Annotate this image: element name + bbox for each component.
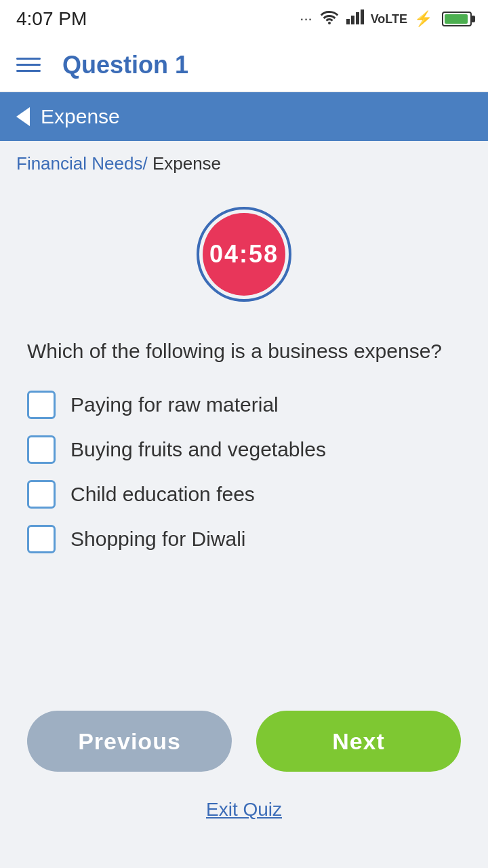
option-label-3: Child education fees (70, 483, 255, 506)
next-button[interactable]: Next (256, 711, 461, 772)
back-arrow-icon (16, 107, 30, 126)
option-checkbox-4[interactable] (27, 525, 56, 553)
charging-icon: ⚡ (414, 10, 432, 28)
menu-button[interactable] (16, 58, 41, 72)
exit-quiz-button[interactable]: Exit Quiz (206, 799, 282, 821)
bottom-area: Previous Next Exit Quiz (0, 704, 488, 868)
breadcrumb-current: Expense (152, 153, 221, 174)
option-label-4: Shopping for Diwali (70, 528, 245, 551)
option-checkbox-1[interactable] (27, 391, 56, 419)
status-icons: ··· VoLTE ⚡ (300, 9, 472, 28)
timer-display: 04:58 (209, 240, 279, 269)
option-checkbox-3[interactable] (27, 480, 56, 509)
previous-button[interactable]: Previous (27, 711, 232, 772)
option-item[interactable]: Shopping for Diwali (27, 525, 461, 553)
option-item[interactable]: Paying for raw material (27, 391, 461, 419)
wifi-icon (319, 9, 340, 28)
option-label-2: Buying fruits and vegetables (70, 438, 326, 461)
svg-rect-1 (351, 16, 354, 24)
battery-icon (442, 12, 472, 26)
page-title: Question 1 (62, 51, 188, 79)
main-content: 04:58 Which of the following is a busine… (0, 186, 488, 704)
more-icon: ··· (300, 10, 312, 28)
sub-header: Expense (0, 92, 488, 141)
breadcrumb: Financial Needs/ Expense (0, 141, 488, 186)
timer-outer: 04:58 (197, 207, 291, 302)
option-checkbox-2[interactable] (27, 435, 56, 464)
option-label-1: Paying for raw material (70, 393, 279, 416)
svg-rect-0 (346, 19, 350, 24)
sub-header-title: Expense (41, 105, 120, 128)
back-button[interactable] (16, 107, 30, 126)
app-header: Question 1 (0, 38, 488, 92)
timer-inner: 04:58 (203, 213, 285, 296)
svg-rect-3 (361, 9, 364, 24)
button-row: Previous Next (27, 711, 461, 772)
status-time: 4:07 PM (16, 8, 87, 30)
svg-rect-2 (356, 12, 359, 24)
lte-icon: VoLTE (371, 12, 407, 26)
option-item[interactable]: Buying fruits and vegetables (27, 435, 461, 464)
options-list: Paying for raw material Buying fruits an… (27, 391, 461, 553)
timer-container: 04:58 (197, 207, 291, 302)
breadcrumb-link[interactable]: Financial Needs/ (16, 153, 148, 174)
status-bar: 4:07 PM ··· VoLTE ⚡ (0, 0, 488, 38)
question-text: Which of the following is a business exp… (27, 336, 442, 366)
option-item[interactable]: Child education fees (27, 480, 461, 509)
signal-icon (346, 9, 364, 28)
